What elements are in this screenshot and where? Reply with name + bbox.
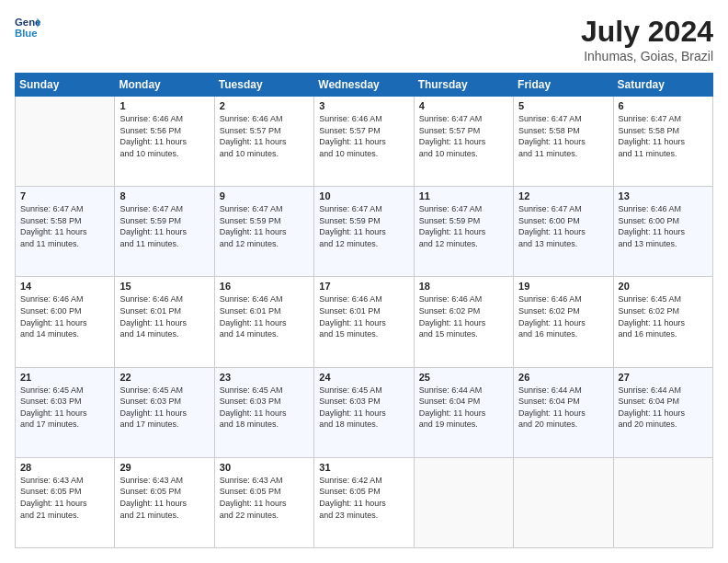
day-number: 7 — [20, 190, 109, 201]
day-info: Sunrise: 6:46 AM Sunset: 6:00 PM Dayligh… — [619, 203, 708, 249]
day-info: Sunrise: 6:43 AM Sunset: 6:05 PM Dayligh… — [220, 475, 309, 521]
day-info: Sunrise: 6:42 AM Sunset: 6:05 PM Dayligh… — [319, 475, 408, 521]
calendar-cell: 18Sunrise: 6:46 AM Sunset: 6:02 PM Dayli… — [414, 277, 513, 367]
day-number: 5 — [518, 100, 608, 111]
day-number: 17 — [319, 281, 408, 292]
weekday-header-friday: Friday — [514, 74, 613, 97]
day-info: Sunrise: 6:47 AM Sunset: 5:57 PM Dayligh… — [419, 113, 508, 159]
day-info: Sunrise: 6:43 AM Sunset: 6:05 PM Dayligh… — [119, 475, 209, 521]
day-number: 30 — [220, 462, 309, 473]
calendar-cell: 13Sunrise: 6:46 AM Sunset: 6:00 PM Dayli… — [613, 187, 712, 277]
day-number: 20 — [619, 281, 708, 292]
calendar-cell: 3Sunrise: 6:46 AM Sunset: 5:57 PM Daylig… — [314, 97, 414, 187]
calendar-week-row: 7Sunrise: 6:47 AM Sunset: 5:58 PM Daylig… — [16, 187, 713, 277]
title-block: July 2024 Inhumas, Goias, Brazil — [581, 15, 713, 63]
sub-title: Inhumas, Goias, Brazil — [581, 49, 713, 63]
calendar-cell: 16Sunrise: 6:46 AM Sunset: 6:01 PM Dayli… — [214, 277, 313, 367]
day-info: Sunrise: 6:44 AM Sunset: 6:04 PM Dayligh… — [518, 385, 608, 431]
main-title: July 2024 — [581, 15, 713, 49]
calendar-cell: 25Sunrise: 6:44 AM Sunset: 6:04 PM Dayli… — [414, 367, 513, 457]
day-info: Sunrise: 6:47 AM Sunset: 5:58 PM Dayligh… — [518, 113, 608, 159]
calendar-cell — [613, 457, 712, 547]
day-number: 13 — [619, 190, 708, 201]
calendar-week-row: 14Sunrise: 6:46 AM Sunset: 6:00 PM Dayli… — [16, 277, 713, 367]
day-info: Sunrise: 6:43 AM Sunset: 6:05 PM Dayligh… — [20, 475, 109, 521]
day-number: 16 — [220, 281, 309, 292]
calendar-cell: 24Sunrise: 6:45 AM Sunset: 6:03 PM Dayli… — [314, 367, 414, 457]
day-info: Sunrise: 6:46 AM Sunset: 6:01 PM Dayligh… — [119, 293, 209, 339]
calendar-cell: 15Sunrise: 6:46 AM Sunset: 6:01 PM Dayli… — [115, 277, 214, 367]
calendar-cell: 22Sunrise: 6:45 AM Sunset: 6:03 PM Dayli… — [115, 367, 214, 457]
day-info: Sunrise: 6:47 AM Sunset: 5:59 PM Dayligh… — [419, 203, 508, 249]
day-info: Sunrise: 6:47 AM Sunset: 5:59 PM Dayligh… — [119, 203, 209, 249]
day-number: 12 — [518, 190, 608, 201]
weekday-header-saturday: Saturday — [613, 74, 712, 97]
calendar-cell: 12Sunrise: 6:47 AM Sunset: 6:00 PM Dayli… — [514, 187, 613, 277]
day-number: 19 — [518, 281, 608, 292]
day-info: Sunrise: 6:47 AM Sunset: 5:58 PM Dayligh… — [619, 113, 708, 159]
calendar-cell — [414, 457, 513, 547]
calendar-cell: 30Sunrise: 6:43 AM Sunset: 6:05 PM Dayli… — [214, 457, 313, 547]
day-number: 8 — [119, 190, 209, 201]
calendar-cell: 23Sunrise: 6:45 AM Sunset: 6:03 PM Dayli… — [214, 367, 313, 457]
calendar-cell: 4Sunrise: 6:47 AM Sunset: 5:57 PM Daylig… — [414, 97, 513, 187]
day-info: Sunrise: 6:45 AM Sunset: 6:03 PM Dayligh… — [20, 385, 109, 431]
calendar-cell: 21Sunrise: 6:45 AM Sunset: 6:03 PM Dayli… — [16, 367, 115, 457]
day-number: 3 — [319, 100, 408, 111]
day-info: Sunrise: 6:46 AM Sunset: 6:00 PM Dayligh… — [20, 293, 109, 339]
day-info: Sunrise: 6:46 AM Sunset: 5:56 PM Dayligh… — [119, 113, 209, 159]
calendar-cell: 10Sunrise: 6:47 AM Sunset: 5:59 PM Dayli… — [314, 187, 414, 277]
day-number: 4 — [419, 100, 508, 111]
day-info: Sunrise: 6:47 AM Sunset: 5:58 PM Dayligh… — [20, 203, 109, 249]
weekday-header-thursday: Thursday — [414, 74, 513, 97]
calendar-cell: 11Sunrise: 6:47 AM Sunset: 5:59 PM Dayli… — [414, 187, 513, 277]
calendar-cell: 31Sunrise: 6:42 AM Sunset: 6:05 PM Dayli… — [314, 457, 414, 547]
calendar-cell: 5Sunrise: 6:47 AM Sunset: 5:58 PM Daylig… — [514, 97, 613, 187]
logo: General Blue — [15, 15, 40, 40]
day-number: 18 — [419, 281, 508, 292]
day-number: 1 — [119, 100, 209, 111]
day-number: 22 — [119, 372, 209, 383]
day-number: 6 — [619, 100, 708, 111]
calendar-cell: 14Sunrise: 6:46 AM Sunset: 6:00 PM Dayli… — [16, 277, 115, 367]
calendar-week-row: 1Sunrise: 6:46 AM Sunset: 5:56 PM Daylig… — [16, 97, 713, 187]
day-info: Sunrise: 6:46 AM Sunset: 6:02 PM Dayligh… — [419, 293, 508, 339]
calendar-cell: 27Sunrise: 6:44 AM Sunset: 6:04 PM Dayli… — [613, 367, 712, 457]
calendar-cell: 17Sunrise: 6:46 AM Sunset: 6:01 PM Dayli… — [314, 277, 414, 367]
calendar-cell: 29Sunrise: 6:43 AM Sunset: 6:05 PM Dayli… — [115, 457, 214, 547]
svg-text:Blue: Blue — [15, 28, 38, 39]
calendar-cell: 2Sunrise: 6:46 AM Sunset: 5:57 PM Daylig… — [214, 97, 313, 187]
calendar-table: SundayMondayTuesdayWednesdayThursdayFrid… — [15, 73, 713, 548]
calendar-week-row: 21Sunrise: 6:45 AM Sunset: 6:03 PM Dayli… — [16, 367, 713, 457]
calendar-cell: 9Sunrise: 6:47 AM Sunset: 5:59 PM Daylig… — [214, 187, 313, 277]
calendar-cell — [16, 97, 115, 187]
day-number: 27 — [619, 372, 708, 383]
day-info: Sunrise: 6:47 AM Sunset: 5:59 PM Dayligh… — [319, 203, 408, 249]
day-info: Sunrise: 6:44 AM Sunset: 6:04 PM Dayligh… — [419, 385, 508, 431]
day-info: Sunrise: 6:46 AM Sunset: 5:57 PM Dayligh… — [319, 113, 408, 159]
calendar-cell: 7Sunrise: 6:47 AM Sunset: 5:58 PM Daylig… — [16, 187, 115, 277]
weekday-header-row: SundayMondayTuesdayWednesdayThursdayFrid… — [16, 74, 713, 97]
day-number: 23 — [220, 372, 309, 383]
weekday-header-wednesday: Wednesday — [314, 74, 414, 97]
day-number: 2 — [220, 100, 309, 111]
weekday-header-monday: Monday — [115, 74, 214, 97]
day-info: Sunrise: 6:47 AM Sunset: 5:59 PM Dayligh… — [220, 203, 309, 249]
day-info: Sunrise: 6:45 AM Sunset: 6:03 PM Dayligh… — [319, 385, 408, 431]
calendar-cell — [514, 457, 613, 547]
day-number: 10 — [319, 190, 408, 201]
weekday-header-tuesday: Tuesday — [214, 74, 313, 97]
day-number: 15 — [119, 281, 209, 292]
calendar-cell: 8Sunrise: 6:47 AM Sunset: 5:59 PM Daylig… — [115, 187, 214, 277]
day-number: 28 — [20, 462, 109, 473]
day-number: 25 — [419, 372, 508, 383]
calendar-cell: 28Sunrise: 6:43 AM Sunset: 6:05 PM Dayli… — [16, 457, 115, 547]
day-info: Sunrise: 6:45 AM Sunset: 6:03 PM Dayligh… — [119, 385, 209, 431]
day-info: Sunrise: 6:46 AM Sunset: 5:57 PM Dayligh… — [220, 113, 309, 159]
calendar-cell: 6Sunrise: 6:47 AM Sunset: 5:58 PM Daylig… — [613, 97, 712, 187]
calendar-week-row: 28Sunrise: 6:43 AM Sunset: 6:05 PM Dayli… — [16, 457, 713, 547]
day-info: Sunrise: 6:45 AM Sunset: 6:02 PM Dayligh… — [619, 293, 708, 339]
day-number: 11 — [419, 190, 508, 201]
day-number: 14 — [20, 281, 109, 292]
day-info: Sunrise: 6:47 AM Sunset: 6:00 PM Dayligh… — [518, 203, 608, 249]
